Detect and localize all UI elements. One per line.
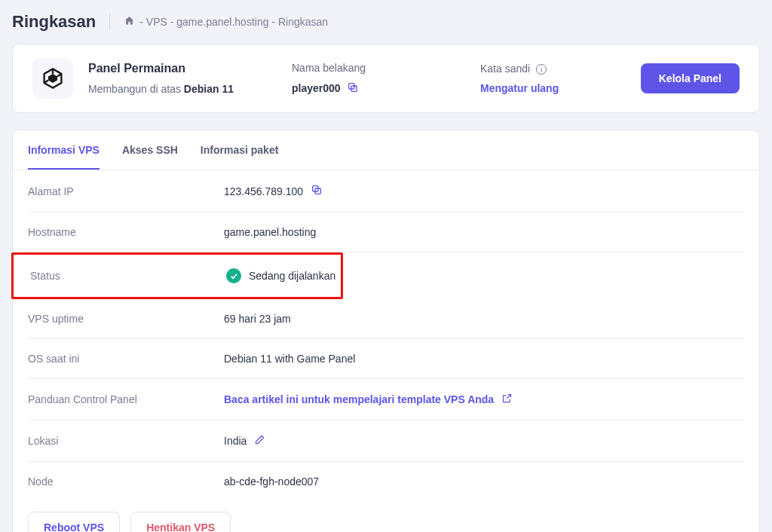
breadcrumb[interactable]: - VPS - game.panel.hosting - Ringkasan (124, 15, 328, 29)
status-label: Status (30, 270, 226, 282)
lastname-value: player000 (292, 82, 341, 94)
tab-ssh-access[interactable]: Akses SSH (122, 130, 178, 170)
tab-vps-info[interactable]: Informasi VPS (28, 130, 100, 170)
guide-label: Panduan Control Panel (28, 393, 224, 405)
home-icon[interactable] (124, 15, 135, 29)
copy-icon[interactable] (347, 81, 359, 96)
reboot-button[interactable]: Reboot VPS (28, 512, 120, 532)
location-label: Lokasi (28, 435, 224, 447)
lastname-label: Nama belakang (292, 62, 435, 74)
row-hostname: Hostname game.panel.hosting (28, 212, 744, 252)
panel-logo (32, 58, 73, 99)
svg-marker-1 (48, 74, 57, 83)
guide-link[interactable]: Baca artikel ini untuk mempelajari templ… (224, 393, 494, 405)
row-status: Status Sedang dijalankan (11, 252, 343, 299)
os-label: OS saat ini (28, 353, 224, 365)
panel-summary-card: Panel Permainan Membangun di atas Debian… (12, 44, 760, 113)
info-icon[interactable]: i (536, 64, 547, 75)
hostname-label: Hostname (28, 226, 224, 238)
tab-package-info[interactable]: Informasi paket (201, 130, 278, 170)
os-value: Debian 11 with Game Panel (224, 353, 355, 365)
vps-detail-card: Informasi VPS Akses SSH Informasi paket … (12, 130, 760, 532)
password-label: Kata sandi i (480, 63, 559, 75)
panel-name: Panel Permainan (88, 62, 247, 75)
hostname-value: game.panel.hosting (224, 226, 316, 238)
breadcrumb-text: - VPS - game.panel.hosting - Ringkasan (139, 16, 328, 28)
reset-password-link[interactable]: Mengatur ulang (480, 82, 559, 94)
external-link-icon[interactable] (501, 393, 513, 406)
uptime-value: 69 hari 23 jam (224, 313, 291, 325)
tabs: Informasi VPS Akses SSH Informasi paket (13, 130, 759, 170)
page-header: Ringkasan - VPS - game.panel.hosting - R… (12, 12, 760, 32)
row-ip: Alamat IP 123.456.789.100 (28, 170, 744, 212)
row-location: Lokasi India (28, 420, 744, 462)
row-os: OS saat ini Debian 11 with Game Panel (28, 339, 744, 379)
node-label: Node (28, 475, 224, 488)
panel-built-on: Membangun di atas Debian 11 (88, 83, 247, 95)
uptime-label: VPS uptime (28, 313, 224, 325)
ip-label: Alamat IP (28, 185, 224, 197)
copy-icon[interactable] (311, 184, 323, 198)
action-buttons: Reboot VPS Hentikan VPS (13, 501, 759, 532)
row-node: Node ab-cde-fgh-node007 (28, 462, 744, 501)
stop-button[interactable]: Hentikan VPS (130, 512, 231, 532)
page-title: Ringkasan (12, 12, 96, 32)
pencil-icon[interactable] (254, 434, 265, 448)
row-uptime: VPS uptime 69 hari 23 jam (28, 299, 744, 339)
node-value: ab-cde-fgh-node007 (224, 475, 319, 488)
separator (109, 14, 110, 30)
ip-value: 123.456.789.100 (224, 185, 303, 197)
status-value: Sedang dijalankan (249, 270, 335, 282)
location-value: India (224, 435, 247, 447)
row-guide: Panduan Control Panel Baca artikel ini u… (28, 379, 744, 420)
manage-panel-button[interactable]: Kelola Panel (641, 63, 740, 93)
check-circle-icon (226, 268, 241, 283)
